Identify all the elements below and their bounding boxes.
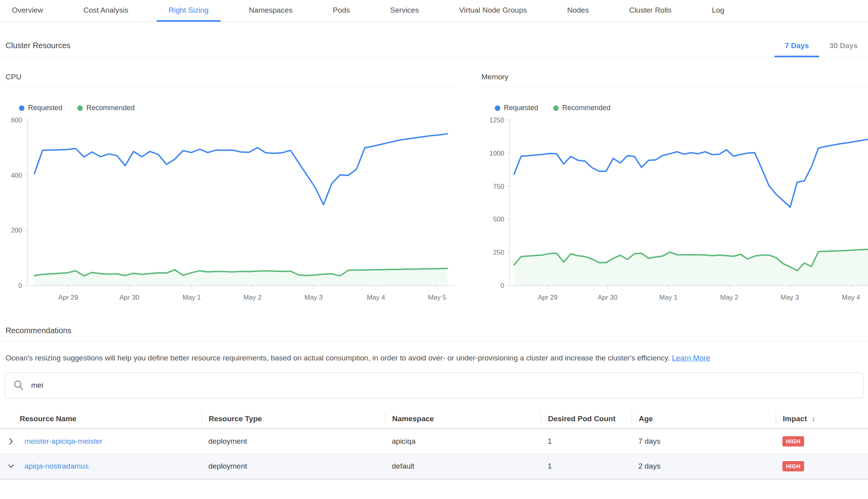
tab-virtual-node-groups[interactable]: Virtual Node Groups (447, 0, 539, 22)
namespace-cell: apiciqa (385, 437, 541, 446)
svg-text:600: 600 (11, 118, 22, 124)
column-header-resource-name[interactable]: Resource Name (0, 412, 202, 426)
svg-text:May 4: May 4 (842, 294, 860, 301)
cluster-resources-header: Cluster Resources 7 Days30 Days (0, 33, 868, 58)
legend-dot-icon (495, 105, 500, 111)
tab-cluster-rolls[interactable]: Cluster Rolls (617, 0, 683, 22)
range-tab-30-days[interactable]: 30 Days (819, 34, 868, 57)
column-header-impact[interactable]: Impact↓ (776, 412, 868, 426)
resource-name-cell: apiqa-nostradamus (0, 462, 202, 471)
charts-row: CPU RequestedRecommended 0200400600Apr 2… (0, 70, 868, 303)
resource-type-cell: deployment (202, 462, 385, 471)
svg-text:May 4: May 4 (367, 294, 385, 301)
svg-text:May 3: May 3 (305, 294, 323, 301)
svg-text:1250: 1250 (489, 118, 504, 124)
column-header-age[interactable]: Age (632, 412, 776, 426)
column-header-label: Resource Type (209, 415, 262, 423)
tab-pods[interactable]: Pods (321, 0, 362, 22)
desired-pod-count-cell: 1 (541, 462, 632, 471)
table-body: meister-apiciqa-meisterdeploymentapiciqa… (0, 429, 868, 479)
sort-arrow-down-icon[interactable]: ↓ (812, 415, 816, 423)
legend-item-recommended[interactable]: Recommended (77, 104, 135, 112)
tab-right-sizing[interactable]: Right Sizing (157, 0, 220, 22)
legend-label: Requested (28, 104, 62, 112)
legend-label: Recommended (562, 104, 610, 112)
svg-text:May 3: May 3 (781, 294, 799, 301)
search-box[interactable] (5, 372, 863, 398)
svg-text:0: 0 (19, 282, 22, 289)
legend-dot-icon (553, 105, 559, 111)
column-header-label: Namespace (392, 415, 434, 423)
cpu-chart-legend: RequestedRecommended (19, 104, 455, 112)
svg-text:May 5: May 5 (428, 294, 446, 301)
svg-text:Apr 29: Apr 29 (538, 294, 557, 301)
recommendations-title: Recommendations (0, 319, 868, 341)
svg-text:May 2: May 2 (243, 294, 262, 301)
column-header-resource-type[interactable]: Resource Type (202, 412, 385, 426)
tab-nodes[interactable]: Nodes (556, 0, 601, 22)
search-input[interactable] (30, 381, 855, 390)
svg-text:Apr 30: Apr 30 (598, 294, 617, 301)
svg-text:May 1: May 1 (183, 294, 201, 301)
time-range-tabs: 7 Days30 Days (774, 34, 868, 57)
svg-text:1000: 1000 (489, 150, 504, 157)
svg-text:200: 200 (11, 227, 22, 234)
legend-label: Recommended (86, 104, 135, 112)
recommendations-description-text: Ocean's resizing suggestions will help y… (6, 354, 670, 362)
legend-item-requested[interactable]: Requested (495, 104, 538, 112)
cpu-chart: 0200400600Apr 29Apr 30May 1May 2May 3May… (5, 118, 455, 303)
table-row: apiqa-nostradamusdeploymentdefault12 day… (0, 454, 868, 479)
column-header-label: Impact (783, 415, 807, 423)
svg-text:400: 400 (11, 172, 22, 179)
column-header-label: Age (639, 415, 653, 423)
impact-badge: HIGH (782, 436, 804, 446)
tab-cost-analysis[interactable]: Cost Analysis (71, 0, 140, 22)
tab-services[interactable]: Services (378, 0, 431, 22)
tab-bar: OverviewCost AnalysisRight SizingNamespa… (0, 0, 868, 22)
resource-name-link[interactable]: apiqa-nostradamus (24, 462, 89, 471)
range-tab-7-days[interactable]: 7 Days (774, 34, 819, 57)
legend-item-requested[interactable]: Requested (19, 104, 62, 112)
recommendations-table: Resource NameResource TypeNamespaceDesir… (0, 409, 868, 482)
memory-chart: 025050075010001250Apr 29Apr 30May 1May 2… (481, 118, 868, 303)
resource-name-link[interactable]: meister-apiciqa-meister (24, 437, 102, 446)
cpu-chart-title: CPU (5, 70, 455, 86)
age-cell: 2 days (632, 462, 776, 471)
memory-chart-panel: Memory RequestedRecommended 025050075010… (481, 70, 868, 303)
column-header-namespace[interactable]: Namespace (385, 412, 541, 426)
memory-chart-legend: RequestedRecommended (495, 104, 868, 112)
svg-text:May 2: May 2 (720, 294, 738, 301)
impact-cell: HIGH (776, 461, 868, 471)
cluster-resources-title: Cluster Resources (0, 33, 71, 57)
recommendations-description: Ocean's resizing suggestions will help y… (0, 342, 868, 364)
search-icon (13, 380, 24, 391)
column-header-label: Desired Pod Count (548, 415, 615, 423)
legend-label: Requested (504, 104, 538, 112)
resource-type-cell: deployment (202, 437, 385, 446)
cpu-chart-panel: CPU RequestedRecommended 0200400600Apr 2… (5, 70, 455, 303)
tab-namespaces[interactable]: Namespaces (237, 0, 305, 22)
learn-more-link[interactable]: Learn More (672, 354, 710, 362)
svg-text:May 1: May 1 (659, 294, 677, 301)
desired-pod-count-cell: 1 (541, 437, 632, 446)
table-row: meister-apiciqa-meisterdeploymentapiciqa… (0, 429, 868, 454)
table-header-row: Resource NameResource TypeNamespaceDesir… (0, 409, 868, 429)
legend-dot-icon (19, 105, 24, 111)
impact-badge: HIGH (782, 461, 804, 471)
chevron-down-icon[interactable] (7, 462, 15, 470)
impact-cell: HIGH (776, 436, 868, 446)
recommendations-header: Recommendations (0, 319, 868, 342)
svg-text:Apr 30: Apr 30 (120, 294, 139, 301)
svg-text:250: 250 (493, 249, 504, 256)
svg-text:0: 0 (501, 282, 504, 289)
table-bottom-divider (0, 479, 868, 482)
tab-log[interactable]: Log (700, 0, 736, 22)
chevron-right-icon[interactable] (7, 437, 15, 445)
column-header-desired-pod-count[interactable]: Desired Pod Count (541, 412, 632, 426)
tab-overview[interactable]: Overview (0, 0, 55, 22)
svg-text:500: 500 (493, 216, 504, 223)
namespace-cell: default (385, 462, 541, 471)
memory-chart-title: Memory (481, 70, 868, 86)
legend-item-recommended[interactable]: Recommended (553, 104, 610, 112)
svg-text:Apr 29: Apr 29 (58, 294, 78, 301)
